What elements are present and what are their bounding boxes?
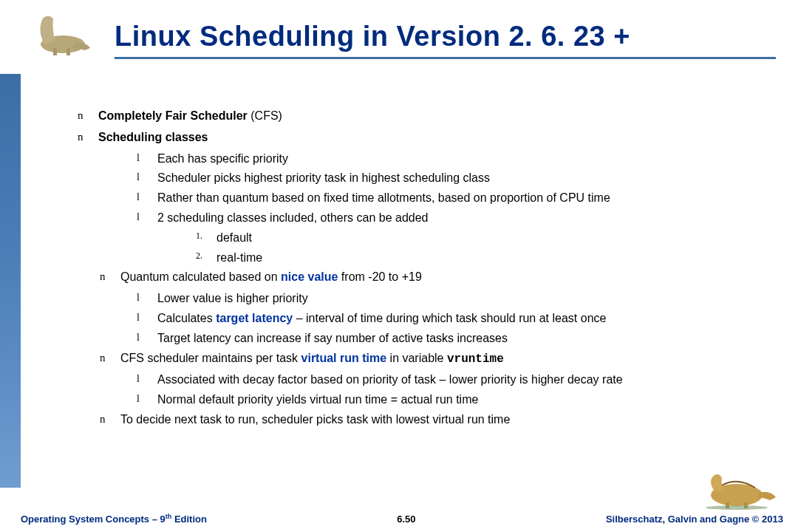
bullet-l-icon: l [137,310,157,326]
sub-lower-value: l Lower value is higher priority [137,290,772,308]
title-area: Linux Scheduling in Version 2. 6. 23 + [115,21,776,59]
bullet-vruntime: n CFS scheduler maintains per task virtu… [100,349,772,369]
sub-proportion: l Rather than quantum based on fixed tim… [137,189,772,208]
bullet-n-icon: n [78,129,98,146]
bullet-cfs: n Completely Fair Scheduler (CFS) [78,107,772,126]
footer-page-number: 6.50 [397,514,415,525]
sidebar-accent [0,74,21,488]
sub-priority: l Each has specific priority [137,150,772,168]
sub-actual-run: l Normal default priority yields virtual… [137,391,772,409]
bullet-nice-value: n Quantum calculated based on nice value… [100,268,772,287]
svg-rect-2 [53,48,57,55]
subsub-default: 1. default [196,229,772,248]
sub-target-latency: l Calculates target latency – interval o… [137,310,772,328]
bullet-l-icon: l [137,150,157,166]
svg-rect-3 [66,48,70,55]
slide-content: n Completely Fair Scheduler (CFS) n Sche… [78,107,772,432]
bullet-n-icon: n [100,268,120,285]
dinosaur-bottom-icon [696,469,777,510]
bullet-sched-classes: n Scheduling classes [78,129,772,147]
footer-right: Silberschatz, Galvin and Gagne © 2013 [606,514,783,525]
sub-target-increase: l Target latency can increase if say num… [137,330,772,348]
bullet-num-icon: 2. [196,249,216,263]
bullet-n-icon: n [100,411,120,428]
bullet-num-icon: 1. [196,229,216,243]
dinosaur-top-icon [22,7,96,59]
bullet-l-icon: l [137,290,157,306]
svg-point-1 [42,17,50,24]
sub-picks-highest: l Scheduler picks highest priority task … [137,169,772,188]
bullet-l-icon: l [137,371,157,387]
svg-point-7 [706,505,768,510]
subsub-realtime: 2. real-time [196,249,772,267]
slide-title: Linux Scheduling in Version 2. 6. 23 + [115,21,776,52]
bullet-l-icon: l [137,209,157,225]
bullet-n-icon: n [78,107,98,124]
bullet-l-icon: l [137,330,157,346]
bullet-n-icon: n [100,349,120,366]
bullet-lowest-vrt: n To decide next task to run, scheduler … [100,411,772,429]
bullet-l-icon: l [137,169,157,185]
sub-decay: l Associated with decay factor based on … [137,371,772,389]
bullet-l-icon: l [137,391,157,407]
sub-two-classes: l 2 scheduling classes included, others … [137,209,772,228]
bullet-l-icon: l [137,189,157,205]
title-underline [115,57,776,59]
footer: Operating System Concepts – 9th Edition … [21,513,783,525]
footer-left: Operating System Concepts – 9th Edition [21,513,207,525]
